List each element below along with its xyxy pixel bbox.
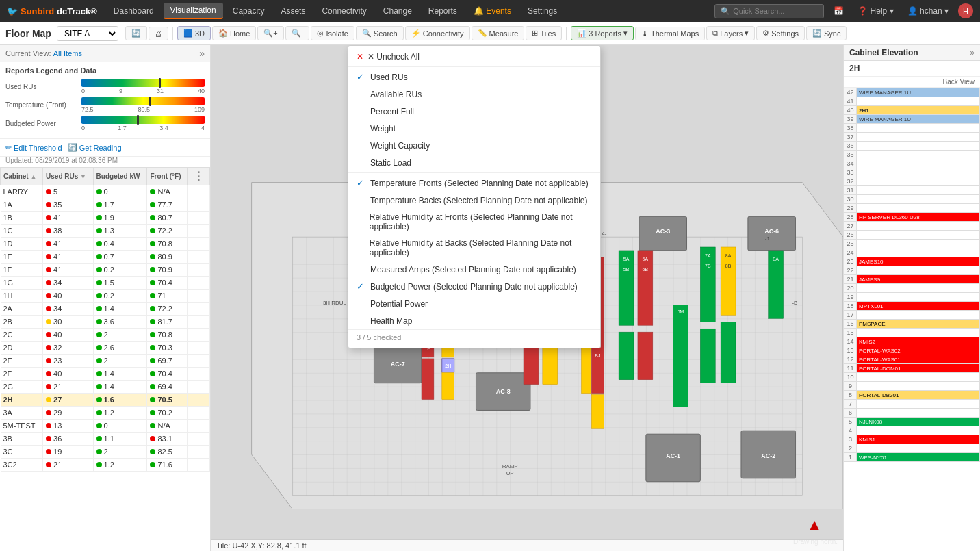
isolate-button[interactable]: ◎ Isolate bbox=[311, 26, 354, 40]
avatar-icon[interactable]: H bbox=[958, 3, 973, 18]
nav-events[interactable]: 🔔 Events bbox=[467, 3, 518, 18]
settings-button[interactable]: ⚙ Settings bbox=[756, 26, 805, 40]
dd-used-rus[interactable]: ✓ Used RUs bbox=[348, 68, 600, 86]
nav-capacity[interactable]: Capacity bbox=[226, 3, 272, 18]
table-row[interactable]: 1F 41 0.2 70.9 bbox=[1, 264, 210, 277]
nav-reports[interactable]: Reports bbox=[422, 3, 464, 18]
3d-button[interactable]: 🟦 3D bbox=[177, 26, 211, 40]
ru-label[interactable]: HP SERVER DL360 U28 bbox=[857, 213, 980, 222]
ru-number: 24 bbox=[844, 248, 857, 257]
dd-weight[interactable]: ✓ Weight bbox=[348, 120, 600, 137]
nav-connectivity[interactable]: Connectivity bbox=[315, 3, 373, 18]
reports-button[interactable]: 📊 3 Reports ▾ bbox=[571, 26, 634, 40]
ru-label[interactable]: PORTAL-WAS01 bbox=[857, 355, 980, 364]
table-row[interactable]: 1E 41 0.7 80.9 bbox=[1, 251, 210, 264]
col-used-rus[interactable]: Used RUs ▼ bbox=[43, 168, 94, 185]
table-row[interactable]: 2D 32 2.6 70.3 bbox=[1, 342, 210, 355]
search-button[interactable]: 🔍 Search bbox=[356, 26, 404, 40]
table-row[interactable]: 2G 21 1.4 69.4 bbox=[1, 381, 210, 394]
collapse-panel-button[interactable]: » bbox=[199, 48, 205, 59]
table-row[interactable]: 3C 19 2 82.5 bbox=[1, 446, 210, 459]
table-row[interactable]: 1D 41 0.4 70.8 bbox=[1, 238, 210, 251]
table-row[interactable]: 1G 34 1.5 70.4 bbox=[1, 277, 210, 290]
dd-measured-amps[interactable]: ✓ Measured Amps (Selected Planning Date … bbox=[348, 261, 600, 278]
table-row[interactable]: 3C2 21 1.2 71.6 bbox=[1, 459, 210, 472]
nav-assets[interactable]: Assets bbox=[274, 3, 312, 18]
zoom-out-button[interactable]: 🔍- bbox=[285, 26, 310, 40]
ru-label[interactable]: PORTAL-DB201 bbox=[857, 391, 980, 400]
table-row[interactable]: LARRY 5 0 N/A bbox=[1, 185, 210, 198]
ru-label[interactable]: PORTAL-WAS02 bbox=[857, 346, 980, 355]
dd-rel-humidity-backs[interactable]: ✓ Relative Humidity at Backs (Selected P… bbox=[348, 235, 600, 261]
elevation-row: 4 bbox=[844, 426, 980, 435]
table-row[interactable]: 2A 34 1.4 72.2 bbox=[1, 303, 210, 316]
site-select[interactable]: SITE A bbox=[57, 26, 118, 41]
table-row[interactable]: 1A 35 1.7 77.7 bbox=[1, 198, 210, 212]
table-row[interactable]: 3B 36 1.1 83.1 bbox=[1, 433, 210, 446]
col-cabinet[interactable]: Cabinet ▲ bbox=[1, 168, 43, 185]
calendar-icon[interactable]: 📅 bbox=[829, 5, 848, 17]
dd-temp-fronts[interactable]: ✓ Temperature Fronts (Selected Planning … bbox=[348, 175, 600, 192]
elevation-scroll[interactable]: 42 WIRE MANAGER 1U 41 40 2H1 39 WIRE MAN… bbox=[844, 88, 980, 551]
dd-health-map[interactable]: ✓ Health Map bbox=[348, 312, 600, 329]
ru-label[interactable]: NJLNX08 bbox=[857, 418, 980, 426]
nav-settings[interactable]: Settings bbox=[521, 3, 564, 18]
table-row[interactable]: 1C 38 1.3 72.2 bbox=[1, 225, 210, 238]
get-reading-button[interactable]: 🔄 Get Reading bbox=[68, 142, 122, 153]
print-button[interactable]: 🖨 bbox=[149, 27, 168, 40]
ru-label[interactable]: 2H1 bbox=[857, 106, 980, 115]
ru-label[interactable]: MPTXL01 bbox=[857, 302, 980, 311]
tiles-button[interactable]: ⊞ Tiles bbox=[526, 26, 562, 40]
connectivity-button[interactable]: ⚡ Connectivity bbox=[405, 26, 470, 40]
dd-weight-capacity[interactable]: ✓ Weight Capacity bbox=[348, 137, 600, 154]
dd-temp-backs[interactable]: ✓ Temperature Backs (Selected Planning D… bbox=[348, 192, 600, 209]
refresh-button[interactable]: 🔄 bbox=[125, 26, 147, 40]
col-more[interactable]: ⋮ bbox=[188, 168, 210, 185]
nav-dashboard[interactable]: Dashboard bbox=[107, 3, 161, 18]
ru-label[interactable]: WIRE MANAGER 1U bbox=[857, 88, 980, 97]
elevation-row: 11 PORTAL-DOM01 bbox=[844, 364, 980, 373]
ru-label[interactable]: JAMES9 bbox=[857, 275, 980, 284]
nav-visualization[interactable]: Visualization bbox=[164, 3, 223, 19]
measure-button[interactable]: 📏 Measure bbox=[472, 26, 525, 40]
table-row[interactable]: 3A 29 1.2 70.2 bbox=[1, 407, 210, 420]
ru-label[interactable]: WIRE MANAGER 1U bbox=[857, 115, 980, 124]
center-map[interactable]: AC-4 AC-1 AC-5 AC-3 AC-7 bbox=[211, 45, 843, 551]
dd-static-load[interactable]: ✓ Static Load bbox=[348, 154, 600, 171]
current-view-link[interactable]: All Items bbox=[53, 49, 82, 57]
table-row[interactable]: 1H 40 0.2 71 bbox=[1, 290, 210, 303]
data-table-container[interactable]: Cabinet ▲ Used RUs ▼ Budgeted kW Front (… bbox=[0, 167, 210, 551]
expand-panel-button[interactable]: » bbox=[970, 48, 975, 57]
edit-threshold-button[interactable]: ✏ Edit Threshold bbox=[5, 142, 62, 153]
nav-change[interactable]: Change bbox=[376, 3, 419, 18]
dd-rel-humidity-fronts[interactable]: ✓ Relative Humidity at Fronts (Selected … bbox=[348, 209, 600, 235]
dd-available-rus[interactable]: ✓ Available RUs bbox=[348, 86, 600, 103]
dd-budgeted-power[interactable]: ✓ Budgeted Power (Selected Planning Date… bbox=[348, 278, 600, 295]
layers-button[interactable]: ⧉ Layers ▾ bbox=[706, 26, 755, 40]
table-row[interactable]: 2F 40 1.4 70.4 bbox=[1, 368, 210, 381]
table-row[interactable]: 1B 41 1.9 80.7 bbox=[1, 212, 210, 225]
table-row[interactable]: 2E 23 2 69.7 bbox=[1, 355, 210, 368]
table-row[interactable]: 5M-TEST 13 0 N/A bbox=[1, 420, 210, 433]
dd-percent-full[interactable]: ✓ Percent Full bbox=[348, 103, 600, 120]
zoom-in-button[interactable]: 🔍+ bbox=[257, 26, 283, 40]
dd-potential-power[interactable]: ✓ Potential Power bbox=[348, 295, 600, 312]
ru-label[interactable]: JAMES10 bbox=[857, 257, 980, 266]
col-budgeted-kw[interactable]: Budgeted kW bbox=[93, 168, 147, 185]
ru-label[interactable]: PMSPACE bbox=[857, 320, 980, 329]
quick-search-box[interactable]: 🔍 Quick Search... bbox=[714, 4, 824, 18]
ru-label[interactable]: PORTAL-DOM01 bbox=[857, 364, 980, 373]
ru-label[interactable]: KMIS2 bbox=[857, 337, 980, 346]
thermal-maps-button[interactable]: 🌡 Thermal Maps bbox=[635, 27, 705, 40]
uncheck-all-item[interactable]: ✕ ✕ Uncheck All bbox=[348, 49, 600, 65]
table-row[interactable]: 2B 30 3.6 81.7 bbox=[1, 316, 210, 329]
sync-button[interactable]: 🔄 Sync bbox=[806, 26, 847, 40]
user-icon[interactable]: 👤 hchan ▾ bbox=[903, 5, 953, 17]
ru-label[interactable]: KMIS1 bbox=[857, 435, 980, 444]
ru-label[interactable]: WPS-NY01 bbox=[857, 453, 980, 462]
help-icon[interactable]: ❓ Help ▾ bbox=[853, 5, 897, 17]
col-front-f[interactable]: Front (°F) bbox=[147, 168, 188, 185]
home-button[interactable]: 🏠 Home bbox=[212, 26, 256, 40]
table-row[interactable]: 2H 27 1.6 70.5 bbox=[1, 394, 210, 407]
table-row[interactable]: 2C 40 2 70.8 bbox=[1, 329, 210, 342]
